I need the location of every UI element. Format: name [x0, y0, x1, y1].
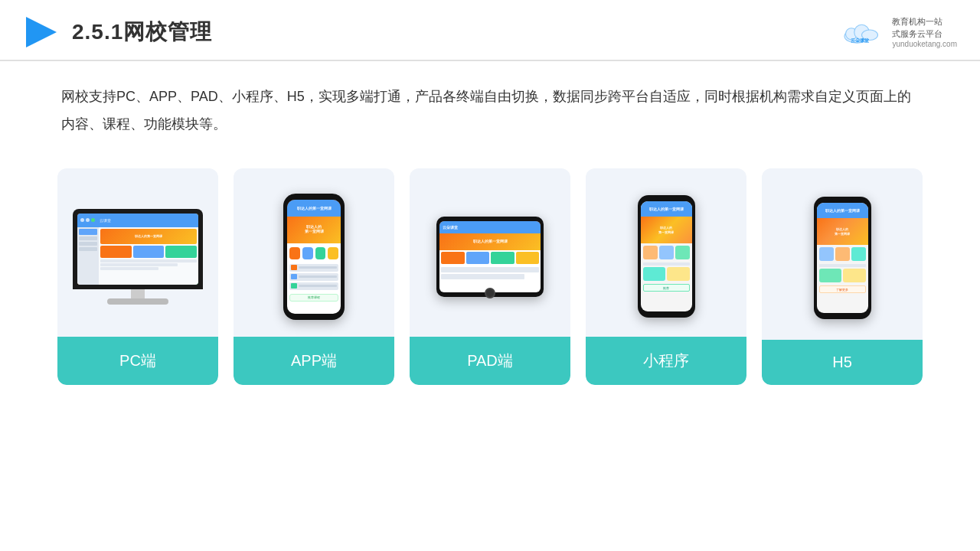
card-pc: 云课堂 — [57, 168, 218, 385]
page-header: 2.5.1网校管理 云朵课堂 教育机构一站 式服务云平台 yunduoketan… — [0, 0, 980, 61]
description-text: 网校支持PC、APP、PAD、小程序、H5，实现多端打通，产品各终端自由切换，数… — [0, 61, 980, 145]
logo-text-block: 教育机构一站 式服务云平台 yunduoketang.com — [892, 16, 957, 48]
play-icon — [23, 14, 60, 51]
header-left: 2.5.1网校管理 — [23, 14, 212, 51]
svg-text:云朵课堂: 云朵课堂 — [851, 37, 870, 43]
card-pad: 云朵课堂 职达人的第一堂网课 — [410, 168, 570, 385]
pc-image-area: 云课堂 — [57, 168, 218, 337]
pc-monitor-icon: 云课堂 — [73, 209, 203, 305]
h5-image-area: 职达人的第一堂网课 职达人的第一堂网课 — [762, 168, 923, 340]
h5-phone-icon: 职达人的第一堂网课 职达人的第一堂网课 — [814, 197, 871, 319]
card-h5-label: H5 — [762, 340, 923, 385]
card-h5: 职达人的第一堂网课 职达人的第一堂网课 — [762, 168, 923, 385]
cloud-logo-icon: 云朵课堂 — [840, 17, 886, 47]
logo-slogan: 教育机构一站 式服务云平台 — [892, 16, 957, 40]
card-mini-label: 小程序 — [586, 337, 746, 385]
card-mini: 职达人的第一堂网课 职达人的第一堂网课 — [586, 168, 746, 385]
logo-url: yunduoketang.com — [892, 40, 957, 48]
app-phone-icon: 职达人的第一堂网课 职达人的第一堂网课 — [283, 194, 345, 320]
page-title: 2.5.1网校管理 — [72, 18, 212, 47]
pad-device-icon: 云朵课堂 职达人的第一堂网课 — [436, 217, 544, 297]
mini-phone-icon: 职达人的第一堂网课 职达人的第一堂网课 — [638, 195, 695, 318]
app-image-area: 职达人的第一堂网课 职达人的第一堂网课 — [234, 168, 394, 337]
card-pad-label: PAD端 — [410, 337, 570, 385]
card-pc-label: PC端 — [57, 337, 218, 385]
card-app-label: APP端 — [234, 337, 394, 385]
svg-marker-0 — [26, 17, 57, 47]
cards-container: 云课堂 — [0, 145, 980, 400]
mini-image-area: 职达人的第一堂网课 职达人的第一堂网课 — [586, 168, 746, 337]
description-paragraph: 网校支持PC、APP、PAD、小程序、H5，实现多端打通，产品各终端自由切换，数… — [61, 83, 919, 138]
logo-area: 云朵课堂 教育机构一站 式服务云平台 yunduoketang.com — [840, 16, 957, 48]
card-app: 职达人的第一堂网课 职达人的第一堂网课 — [234, 168, 394, 385]
pad-image-area: 云朵课堂 职达人的第一堂网课 — [410, 168, 570, 337]
